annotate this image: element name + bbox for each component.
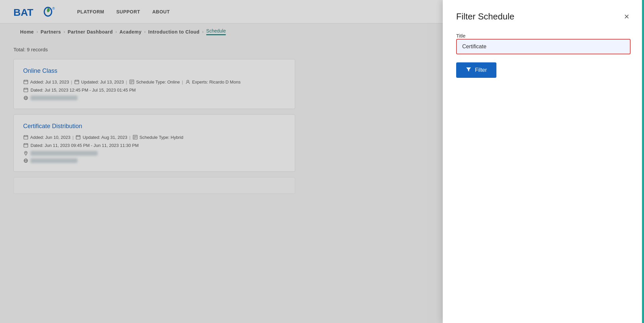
- filter-title: Filter Schedule: [456, 11, 514, 22]
- filter-button-label: Filter: [475, 67, 487, 73]
- filter-button[interactable]: Filter: [456, 62, 496, 78]
- filter-body: Title Filter: [456, 33, 631, 312]
- filter-title-input[interactable]: [456, 39, 631, 54]
- accent-bar: [642, 0, 644, 323]
- close-filter-button[interactable]: ×: [623, 11, 631, 22]
- filter-header: Filter Schedule ×: [456, 11, 631, 22]
- filter-panel: Filter Schedule × Title Filter: [443, 0, 644, 323]
- filter-funnel-icon: [466, 66, 472, 74]
- filter-title-label: Title: [456, 33, 466, 39]
